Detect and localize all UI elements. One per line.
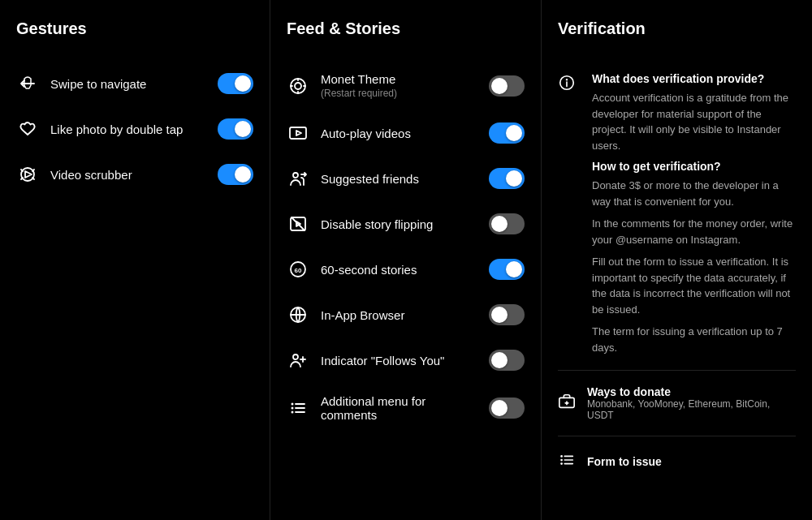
disable-story-flipping-toggle[interactable] — [489, 213, 525, 234]
ways-to-donate-row[interactable]: Ways to donate Monobank, YooMoney, Ether… — [558, 374, 796, 432]
setting-indicator-follows-you: Indicator "Follows You" — [287, 337, 525, 383]
form-to-issue-row[interactable]: Form to issue — [558, 440, 796, 483]
svg-line-6 — [292, 217, 304, 230]
swipe-navigate-toggle[interactable] — [218, 73, 253, 94]
60-second-stories-icon: 60 — [287, 258, 309, 281]
donate-icon — [558, 393, 576, 414]
verification-how-text4: The term for issuing a verification up t… — [592, 324, 796, 355]
disable-story-flipping-icon — [287, 213, 309, 235]
feed-panel: Feed & Stories Monet Theme (Restart requ… — [270, 0, 542, 520]
divider-1 — [558, 370, 796, 371]
verification-how-title: How to get verification? — [592, 160, 796, 173]
setting-suggested-friends: Suggested friends — [287, 156, 525, 201]
60-second-stories-label: 60-second stories — [321, 263, 477, 277]
swipe-navigate-icon — [16, 72, 39, 95]
svg-point-4 — [293, 173, 298, 178]
setting-disable-story-flipping: Disable story flipping — [287, 201, 525, 247]
suggested-friends-label: Suggested friends — [321, 172, 477, 186]
svg-point-2 — [295, 83, 301, 89]
svg-point-17 — [292, 411, 294, 414]
ways-to-donate-sub: Monobank, YooMoney, Ethereum, BitCoin, U… — [587, 398, 796, 421]
svg-point-27 — [560, 459, 563, 462]
verification-what-title: What does verification provide? — [592, 72, 796, 85]
verification-panel: Verification What does verification prov… — [542, 0, 812, 520]
gestures-title: Gestures — [16, 19, 253, 38]
autoplay-videos-icon — [287, 122, 309, 144]
video-scrubber-label: Video scrubber — [50, 168, 206, 182]
in-app-browser-toggle[interactable] — [489, 304, 525, 325]
svg-point-13 — [292, 403, 294, 406]
monet-theme-toggle[interactable] — [489, 75, 525, 97]
in-app-browser-icon — [287, 303, 309, 326]
svg-point-15 — [292, 407, 294, 410]
additional-menu-comments-icon — [287, 397, 309, 419]
swipe-navigate-label: Swipe to navigate — [50, 77, 206, 91]
setting-in-app-browser: In-App Browser — [287, 292, 525, 337]
in-app-browser-label: In-App Browser — [321, 308, 477, 322]
svg-point-10 — [293, 355, 298, 359]
indicator-follows-you-icon — [287, 349, 309, 372]
info-icon — [558, 72, 581, 95]
additional-menu-comments-label: Additional menu for comments — [321, 394, 477, 422]
svg-text:60: 60 — [295, 267, 302, 274]
autoplay-videos-label: Auto-play videos — [321, 127, 477, 140]
verification-title: Verification — [558, 19, 796, 38]
ways-to-donate-content: Ways to donate Monobank, YooMoney, Ether… — [587, 385, 796, 421]
setting-additional-menu-comments: Additional menu for comments — [287, 383, 525, 433]
video-scrubber-toggle[interactable] — [218, 164, 253, 185]
setting-double-tap-like: Like photo by double tap — [16, 106, 253, 152]
form-icon — [558, 451, 576, 472]
suggested-friends-toggle[interactable] — [489, 168, 525, 189]
svg-point-25 — [560, 455, 563, 458]
verification-what-text: Account verification is a gratitude from… — [592, 90, 796, 153]
additional-menu-comments-toggle[interactable] — [489, 398, 525, 419]
setting-swipe-navigate: Swipe to navigate — [16, 61, 253, 106]
double-tap-like-label: Like photo by double tap — [50, 122, 206, 136]
ways-to-donate-title: Ways to donate — [587, 385, 796, 398]
verification-how-text3: Fill out the form to issue a verificatio… — [592, 254, 796, 317]
setting-video-scrubber: Video scrubber — [16, 152, 253, 197]
monet-theme-icon — [287, 75, 309, 97]
autoplay-videos-toggle[interactable] — [489, 122, 525, 144]
suggested-friends-icon — [287, 167, 309, 190]
verification-what-content: What does verification provide? Account … — [592, 72, 796, 355]
setting-autoplay-videos: Auto-play videos — [287, 110, 525, 156]
indicator-follows-you-label: Indicator "Follows You" — [321, 354, 477, 367]
svg-point-29 — [560, 462, 563, 465]
setting-monet-theme: Monet Theme (Restart required) — [287, 61, 525, 110]
setting-60-second-stories: 60 60-second stories — [287, 247, 525, 292]
svg-rect-3 — [290, 127, 306, 139]
divider-2 — [558, 436, 796, 436]
video-scrubber-icon — [16, 163, 39, 186]
disable-story-flipping-label: Disable story flipping — [321, 217, 477, 231]
svg-point-21 — [567, 80, 568, 80]
verification-what-block: What does verification provide? Account … — [558, 61, 796, 367]
monet-theme-label: Monet Theme (Restart required) — [321, 72, 477, 99]
gestures-panel: Gestures Swipe to navigate Like photo by… — [0, 0, 270, 520]
60-second-stories-toggle[interactable] — [489, 259, 525, 280]
double-tap-like-icon — [16, 118, 39, 140]
form-to-issue-title: Form to issue — [587, 455, 662, 468]
indicator-follows-you-toggle[interactable] — [489, 350, 525, 371]
verification-how-text1: Donate 3$ or more to the developer in a … — [592, 178, 796, 209]
feed-title: Feed & Stories — [287, 19, 525, 38]
verification-how-text2: In the comments for the money order, wri… — [592, 216, 796, 247]
double-tap-like-toggle[interactable] — [218, 118, 253, 140]
